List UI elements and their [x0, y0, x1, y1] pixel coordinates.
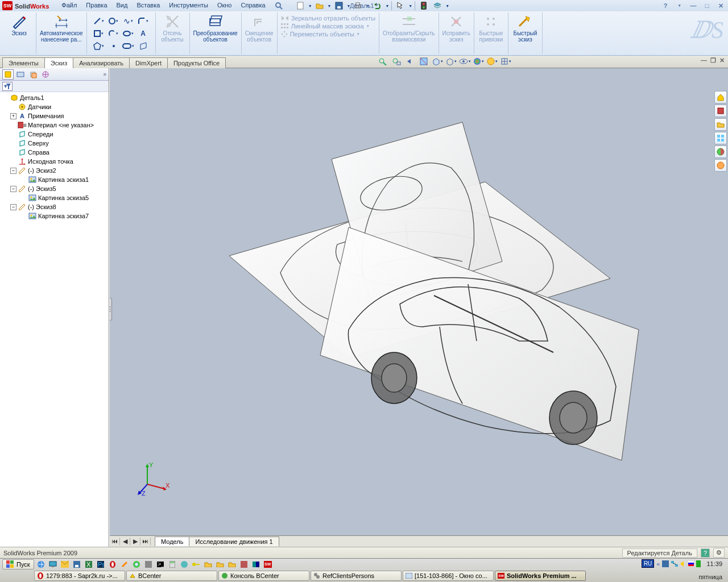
ql-cmd-icon[interactable]: >_	[155, 559, 166, 569]
prev-view-icon[interactable]	[404, 56, 416, 66]
explorer-icon[interactable]	[714, 132, 727, 144]
view-orient-icon[interactable]: ▾	[431, 56, 444, 66]
status-settings-icon[interactable]: ⚙	[713, 548, 725, 558]
zoom-fit-icon[interactable]	[377, 56, 389, 66]
close-icon[interactable]: ✕	[715, 2, 726, 10]
tree-top[interactable]: Сверху	[0, 139, 109, 148]
rapid-sketch-button[interactable]: Быстрый эскиз	[508, 13, 543, 54]
ql-desktop-icon[interactable]	[48, 559, 58, 569]
tree-sketch2[interactable]: −(-) Эскиз2	[0, 166, 109, 175]
relations-button[interactable]: Отобразить/Скрыть взаимосвязи	[379, 13, 439, 54]
feature-tree-tab-icon[interactable]	[2, 69, 14, 80]
home-icon[interactable]	[714, 91, 727, 103]
tree-sketchpic5[interactable]: Картинка эскиза5	[0, 193, 109, 202]
ql-app1-icon[interactable]	[143, 559, 154, 569]
task-window[interactable]: [151-103-866] - Окно со...	[403, 571, 494, 581]
ql-picasa-icon[interactable]	[179, 559, 189, 569]
arc-tool[interactable]: ▾	[106, 27, 121, 40]
rectangle-tool[interactable]: ▾	[92, 27, 106, 40]
task-console[interactable]: Консоль BCenter	[218, 571, 309, 581]
ql-winamp-icon[interactable]	[119, 559, 130, 569]
tray-flag-icon[interactable]	[688, 561, 694, 567]
spline-tool[interactable]: ∿▾	[121, 15, 136, 27]
tab-evaluate[interactable]: Анализировать	[73, 57, 130, 68]
status-help-icon[interactable]: ?	[701, 548, 710, 558]
ql-key-icon[interactable]	[191, 559, 201, 569]
fillet-tool[interactable]: ▾	[136, 15, 151, 27]
tree-origin[interactable]: Исходная точка	[0, 157, 109, 166]
tray-vol-icon[interactable]	[680, 561, 686, 567]
tree-material[interactable]: ≡Материал <не указан>	[0, 120, 109, 130]
line-tool[interactable]: ▾	[92, 15, 106, 27]
slot-tool[interactable]: ▾	[121, 40, 136, 52]
appearance-icon[interactable]: ▾	[472, 56, 485, 66]
tray-disk-icon[interactable]	[662, 560, 669, 567]
move-button[interactable]: Переместить объекты▾	[281, 31, 375, 38]
menu-help[interactable]: Справка	[236, 1, 270, 11]
task-refclients[interactable]: RefClientsPersons	[311, 571, 402, 581]
tree-sketch5[interactable]: −(-) Эскиз5	[0, 184, 109, 193]
point-tool[interactable]	[106, 40, 121, 52]
polygon-tool[interactable]: ▾	[92, 40, 106, 52]
repair-button[interactable]: Исправить эскиз	[439, 13, 474, 54]
resources-icon[interactable]	[714, 105, 727, 117]
ql-outlook-icon[interactable]	[60, 559, 70, 569]
tab-sketch[interactable]: Эскиз	[44, 57, 73, 68]
maximize-icon[interactable]: □	[702, 2, 712, 10]
ql-excel-icon[interactable]: X	[84, 559, 94, 569]
smart-dimension-button[interactable]: ⟷ Автоматическое нанесение ра...	[36, 13, 87, 54]
tree-front[interactable]: Спереди	[0, 130, 109, 139]
library-icon[interactable]	[714, 118, 727, 131]
ellipse-tool[interactable]: ▾	[121, 27, 136, 40]
task-opera[interactable]: 1279:883 - Sapr2k.ru ->...	[34, 571, 125, 581]
hide-show-icon[interactable]: ▾	[458, 56, 471, 66]
display-style-icon[interactable]: ▾	[445, 56, 457, 66]
ql-folder2-icon[interactable]	[215, 559, 225, 569]
zoom-area-icon[interactable]	[390, 56, 403, 66]
tree-root[interactable]: Деталь1	[0, 93, 109, 102]
quick-snaps-button[interactable]: Быстрые привязки	[474, 13, 508, 54]
task-solidworks[interactable]: SWSolidWorks Premium ...	[495, 571, 586, 581]
ql-folder3-icon[interactable]	[227, 559, 237, 569]
tree-sketch8[interactable]: −(-) Эскиз8	[0, 202, 109, 211]
text-tool[interactable]: A	[136, 27, 151, 40]
tab-features[interactable]: Элементы	[2, 57, 45, 68]
ql-far-icon[interactable]	[251, 559, 261, 569]
mdi-restore-icon[interactable]: ❐	[710, 57, 716, 64]
convert-button[interactable]: Преобразование объектов	[190, 13, 242, 54]
model-tab[interactable]: Модель	[155, 537, 189, 546]
menu-file[interactable]: Файл	[57, 1, 81, 11]
tab-dimxpert[interactable]: DimXpert	[129, 57, 168, 68]
ql-chrome-icon[interactable]	[131, 559, 142, 569]
menu-edit[interactable]: Правка	[81, 1, 111, 11]
tray-av-icon[interactable]	[696, 560, 701, 567]
nav-first-icon[interactable]: ⏮	[110, 538, 120, 545]
ql-app2-icon[interactable]	[239, 559, 249, 569]
ql-calc-icon[interactable]	[167, 559, 177, 569]
help-dropdown-icon[interactable]: ▾	[675, 2, 685, 10]
help-icon[interactable]: ?	[660, 2, 671, 10]
menu-view[interactable]: Вид	[112, 1, 133, 11]
palette-icon[interactable]	[714, 146, 727, 158]
circle-tool[interactable]: ▾	[106, 15, 121, 27]
tree-right[interactable]: Справа	[0, 148, 109, 157]
mirror-button[interactable]: Зеркально отразить объекты	[281, 15, 375, 22]
filter-icon[interactable]: ▾	[2, 82, 13, 91]
graphics-viewport[interactable]: Y X Z ⏮ ◀ ▶ ⏭ Модель Исследование движен…	[109, 68, 728, 547]
ql-ie-icon[interactable]	[36, 559, 46, 569]
start-button[interactable]: Пуск	[2, 559, 34, 569]
scene-icon[interactable]: ▾	[486, 56, 498, 66]
sketch-button[interactable]: Эскиз	[2, 13, 36, 54]
section-view-icon[interactable]	[417, 56, 430, 66]
feature-tree[interactable]: Деталь1 Датчики +AПримечания ≡Материал <…	[0, 92, 109, 547]
tree-sensors[interactable]: Датчики	[0, 102, 109, 111]
tree-annotations[interactable]: +AПримечания	[0, 111, 109, 120]
ql-save-icon[interactable]	[72, 559, 82, 569]
task-bcenter[interactable]: BCenter	[126, 571, 217, 581]
view-settings-icon[interactable]: ▾	[499, 56, 512, 66]
ql-ps-icon[interactable]: Ps	[96, 559, 106, 569]
config-tab-icon[interactable]	[27, 69, 39, 80]
mdi-minimize-icon[interactable]: —	[701, 57, 707, 64]
motion-tab[interactable]: Исследование движения 1	[189, 537, 279, 546]
nav-last-icon[interactable]: ⏭	[140, 538, 151, 545]
